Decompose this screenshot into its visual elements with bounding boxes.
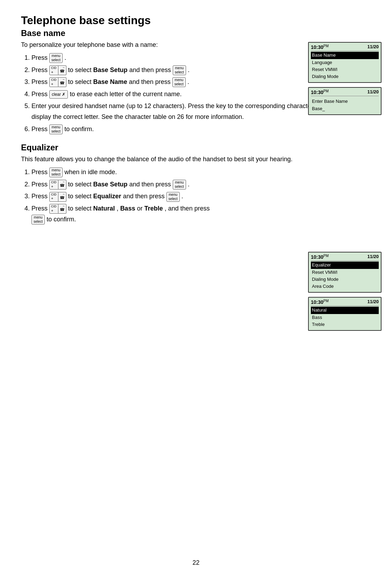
screen-3-item-dialingmode: Dialing Mode <box>311 276 379 283</box>
section-equalizer: Equalizer This feature allows you to cha… <box>21 143 329 225</box>
screen-3-item-equalizer: Equalizer <box>311 262 379 269</box>
menu-select-button-eq3[interactable]: menu select <box>166 192 180 202</box>
menu-select-button-1[interactable]: menu select <box>49 53 63 63</box>
screen-1-item-dialingmode: Dialing Mode <box>311 73 379 80</box>
eq-step-4-sep1: , <box>117 205 120 212</box>
screen-3-divider <box>311 261 379 261</box>
step-2-text-middle: to select <box>68 66 93 73</box>
base-name-heading: Base name <box>21 28 329 38</box>
eq-step-4-and: , and then press <box>165 205 210 212</box>
step-1: Press menu select . <box>31 52 329 63</box>
step-2-text-end: . <box>188 66 190 73</box>
menu-select-button-eq4[interactable]: menu select <box>31 215 45 225</box>
equalizer-steps: Press menu select when in idle mode. Pre… <box>21 167 329 225</box>
screen-3-time: 10:30PM <box>311 254 329 260</box>
eq-step-2-before: Press <box>31 181 49 188</box>
base-name-screens: 10:30PM 11/20 Base Name Language Reset V… <box>308 42 382 119</box>
screen-2-divider <box>311 96 379 96</box>
eq-step-4-bold1: Natural <box>93 205 115 212</box>
menu-select-button-3[interactable]: menu select <box>172 77 186 87</box>
step-5: Enter your desired handset name (up to 1… <box>31 101 329 122</box>
screen-1-item-resetvmwi: Reset VMWI <box>311 66 379 73</box>
base-name-steps: Press menu select . Press CID + − <box>21 52 329 134</box>
equalizer-screen-2: 10:30PM 11/20 Natural Bass Treble <box>308 297 382 331</box>
screen-3-item-areacode: Area Code <box>311 283 379 290</box>
screen-2-line2: Base_ <box>311 105 379 112</box>
screen-1-divider <box>311 51 379 51</box>
step-4: Press clear ✗ to erase each letter of th… <box>31 89 329 100</box>
eq-step-3-middle: to select <box>68 193 93 200</box>
step-4-text-before: Press <box>31 91 49 98</box>
screen-4-header: 10:30PM 11/20 <box>311 299 379 305</box>
eq-step-4-bold2: Bass <box>120 205 135 212</box>
step-3-text-and: and then press <box>129 78 172 85</box>
screen-4-divider <box>311 306 379 306</box>
screen-2-line1: Enter Base Name <box>311 97 379 105</box>
eq-step-3-and: and then press <box>123 193 166 200</box>
eq-step-4-end: to confirm. <box>47 216 76 223</box>
step-3-text-end: . <box>187 78 189 85</box>
screen-2-header: 10:30PM 11/20 <box>311 89 379 95</box>
base-name-screen-1: 10:30PM 11/20 Base Name Language Reset V… <box>308 42 382 83</box>
equalizer-screen-1: 10:30PM 11/20 Equalizer Reset VMWI Diali… <box>308 252 382 293</box>
eq-step-4-middle: to select <box>68 205 93 212</box>
menu-select-button-eq1[interactable]: menu select <box>49 168 63 177</box>
menu-select-button-2[interactable]: menu select <box>173 65 186 75</box>
page-content: Telephone base settings Base name To per… <box>0 0 350 254</box>
step-1-text-after: . <box>64 54 66 61</box>
menu-select-button-6[interactable]: menu select <box>49 124 63 134</box>
screen-4-item-natural: Natural <box>311 307 379 314</box>
screen-4-item-bass: Bass <box>311 314 379 321</box>
step-5-text: Enter your desired handset name (up to 1… <box>31 102 320 120</box>
eq-step-2-middle: to select <box>68 181 93 188</box>
step-4-text-after: to erase each letter of the current name… <box>70 91 181 98</box>
equalizer-heading: Equalizer <box>21 143 329 152</box>
screen-1-item-language: Language <box>311 59 379 66</box>
menu-select-button-eq2[interactable]: menu select <box>173 180 186 190</box>
step-3-text-middle: to select <box>68 78 93 85</box>
screen-2-time: 10:30PM <box>311 89 329 95</box>
page-title: Telephone base settings <box>21 14 329 27</box>
eq-step-4-sep2: or <box>137 205 144 212</box>
cid-nav-button-eq4[interactable]: CID + − ☎ <box>49 204 66 214</box>
screen-2-date: 11/20 <box>367 89 379 95</box>
eq-step-4: Press CID + − ☎ to select Natural , Bass… <box>31 203 329 225</box>
cid-nav-button-eq3[interactable]: CID + − ☎ <box>49 192 66 202</box>
step-6: Press menu select to confirm. <box>31 124 329 135</box>
equalizer-screens: 10:30PM 11/20 Equalizer Reset VMWI Diali… <box>308 252 382 335</box>
step-2-bold: Base Setup <box>93 66 128 73</box>
step-1-text-before: Press <box>31 54 49 61</box>
base-name-screen-2: 10:30PM 11/20 Enter Base Name Base_ <box>308 87 382 115</box>
page-number: 22 <box>192 559 199 567</box>
cid-nav-button-eq2[interactable]: CID + − ☎ <box>49 180 66 190</box>
screen-4-time: 10:30PM <box>311 299 329 305</box>
screen-3-date: 11/20 <box>367 254 379 260</box>
step-3-bold: Base Name <box>93 78 127 85</box>
eq-step-3-before: Press <box>31 193 49 200</box>
cid-nav-button-2[interactable]: CID + − ☎ <box>49 65 66 75</box>
step-2: Press CID + − ☎ to select Base Setup and… <box>31 65 329 76</box>
step-2-text-and: and then press <box>129 66 173 73</box>
clear-button[interactable]: clear ✗ <box>49 90 68 99</box>
base-name-intro: To personalize your telephone base with … <box>21 40 329 50</box>
screen-4-item-treble: Treble <box>311 321 379 328</box>
eq-step-2-and: and then press <box>129 181 173 188</box>
section-base-name: Base name To personalize your telephone … <box>21 28 329 134</box>
screen-1-header: 10:30PM 11/20 <box>311 44 379 50</box>
eq-step-3-end: . <box>181 193 183 200</box>
step-3-text-before: Press <box>31 78 49 85</box>
eq-step-4-before: Press <box>31 205 49 212</box>
eq-step-2-end: . <box>188 181 190 188</box>
screen-1-time: 10:30PM <box>311 44 329 50</box>
eq-step-2: Press CID + − ☎ to select Base Setup and… <box>31 179 329 190</box>
screen-3-header: 10:30PM 11/20 <box>311 254 379 260</box>
step-2-text-before: Press <box>31 66 49 73</box>
step-6-text-after: to confirm. <box>64 126 94 133</box>
eq-step-1-before: Press <box>31 169 49 176</box>
screen-3-item-resetvmwi: Reset VMWI <box>311 269 379 276</box>
cid-nav-button-3[interactable]: CID + − ☎ <box>49 77 66 87</box>
eq-step-3: Press CID + − ☎ to select Equalizer and … <box>31 191 329 202</box>
eq-step-2-bold: Base Setup <box>93 181 128 188</box>
screen-1-date: 11/20 <box>367 44 379 50</box>
screen-1-item-basename: Base Name <box>311 52 379 59</box>
